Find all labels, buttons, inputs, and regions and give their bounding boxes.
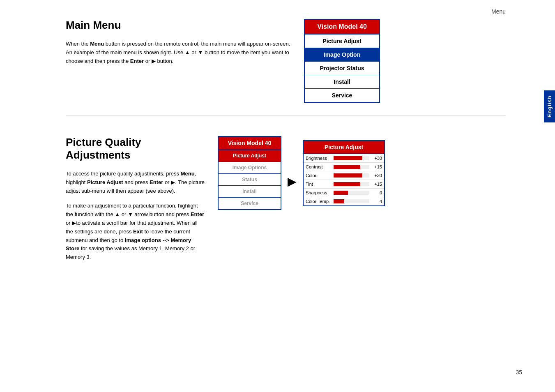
pqa-diagrams: Vision Model 40 Picture Adjust Image Opt… (218, 136, 385, 210)
small-menu-item-image-options[interactable]: Image Options (219, 162, 281, 174)
pa-label-brightness: Brightness (306, 156, 332, 161)
pqa-body1: To access the picture quality adjustment… (66, 170, 205, 195)
small-menu-item-picture-adjust[interactable]: Picture Adjust (219, 150, 281, 162)
pa-row-color-temp: Color Temp. 4 (304, 197, 384, 205)
pa-fill-tint (334, 182, 360, 186)
pqa-heading: Picture Quality Adjustments (66, 136, 205, 161)
small-menu-item-install[interactable]: Install (219, 186, 281, 198)
small-menu-item-service[interactable]: Service (219, 198, 281, 209)
pqa-section: Picture Quality Adjustments To access th… (66, 136, 530, 262)
pa-bar-sharpness (334, 191, 369, 195)
page-number: 35 (516, 369, 522, 376)
pa-row-sharpness: Sharpness 0 (304, 189, 384, 197)
main-menu-item-service[interactable]: Service (305, 89, 379, 102)
main-menu-item-image-option[interactable]: Image Option (305, 48, 379, 62)
pa-bar-color (334, 173, 369, 178)
pa-row-tint: Tint +15 (304, 180, 384, 189)
main-menu-box-title: Vision Model 40 (305, 20, 379, 35)
pa-fill-contrast (334, 165, 360, 169)
pa-value-contrast: +15 (371, 164, 382, 169)
page-container: English Menu Main Menu When the Menu but… (0, 0, 555, 392)
pa-row-contrast: Contrast +15 (304, 163, 384, 171)
main-menu-body: When the Menu button is pressed on the r… (66, 40, 296, 65)
pa-row-color: Color +30 (304, 171, 384, 180)
pa-value-sharpness: 0 (371, 190, 382, 195)
pa-bar-contrast (334, 165, 369, 169)
small-menu-title: Vision Model 40 (219, 137, 281, 150)
english-tab: English (544, 90, 555, 122)
right-arrow-icon: ▶ (288, 175, 297, 188)
pa-panel-title: Picture Adjust (304, 141, 384, 154)
small-menu-item-status[interactable]: Status (219, 174, 281, 186)
pa-fill-color-temp (334, 199, 344, 203)
pa-bar-color-temp (334, 199, 369, 203)
pa-label-contrast: Contrast (306, 164, 332, 169)
pa-fill-color (334, 173, 362, 178)
picture-adjust-panel: Picture Adjust Brightness +30 Contrast +… (303, 140, 385, 206)
pa-bar-brightness (334, 156, 369, 160)
pa-value-tint: +15 (371, 182, 382, 187)
pqa-body2: To make an adjustment to a particular fu… (66, 202, 205, 262)
section-divider (66, 115, 506, 115)
pa-value-color-temp: 4 (371, 199, 382, 204)
pa-label-color-temp: Color Temp. (306, 199, 332, 204)
pa-bar-tint (334, 182, 369, 186)
main-menu-item-picture-adjust[interactable]: Picture Adjust (305, 35, 379, 48)
small-menu-box: Vision Model 40 Picture Adjust Image Opt… (218, 136, 281, 210)
pa-label-tint: Tint (306, 182, 332, 187)
main-menu-heading: Main Menu (66, 19, 296, 32)
pa-fill-brightness (334, 156, 362, 160)
pa-label-color: Color (306, 173, 332, 178)
main-menu-item-projector-status[interactable]: Projector Status (305, 62, 379, 75)
arrow-container: ▶ (288, 175, 297, 188)
main-menu-section: Main Menu When the Menu button is presse… (66, 19, 530, 103)
pa-value-color: +30 (371, 173, 382, 178)
pa-fill-sharpness (334, 191, 348, 195)
menu-label-top: Menu (25, 8, 530, 15)
pa-value-brightness: +30 (371, 156, 382, 161)
pa-label-sharpness: Sharpness (306, 190, 332, 195)
pqa-text-block: Picture Quality Adjustments To access th… (66, 136, 205, 262)
main-menu-item-install[interactable]: Install (305, 75, 379, 89)
main-menu-box: Vision Model 40 Picture Adjust Image Opt… (304, 19, 380, 103)
main-menu-text-block: Main Menu When the Menu button is presse… (66, 19, 296, 103)
pa-row-brightness: Brightness +30 (304, 154, 384, 163)
